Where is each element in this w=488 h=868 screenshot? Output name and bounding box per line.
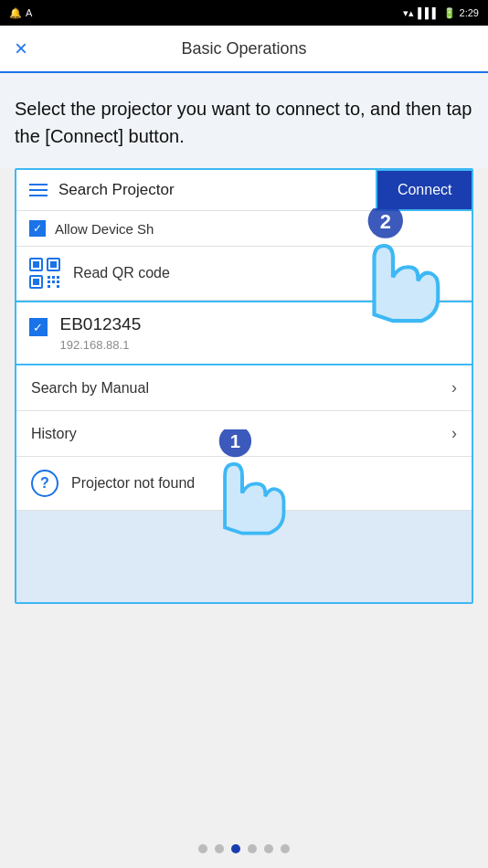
allow-device-row[interactable]: Allow Device Sh	[16, 211, 472, 247]
pagination-dot-5	[281, 844, 290, 853]
allow-device-checkbox[interactable]	[29, 220, 46, 237]
search-by-row[interactable]: Search by Manual ›	[16, 365, 472, 411]
help-circle-icon: ?	[31, 470, 58, 497]
main-panel: Search Projector Connect Allow Device Sh…	[15, 168, 473, 604]
pagination-dot-3	[248, 844, 257, 853]
wifi-icon: ▾▴	[403, 7, 414, 19]
pagination	[198, 844, 290, 853]
android-icon: A	[26, 7, 32, 18]
status-bar-right: ▾▴ ▌▌▌ 🔋 2:29	[403, 7, 479, 19]
pagination-dot-0	[198, 844, 207, 853]
device-checkbox[interactable]	[29, 318, 48, 336]
panel-header-left: Search Projector	[16, 170, 187, 210]
not-found-row[interactable]: ? Projector not found	[16, 457, 472, 511]
signal-icon: ▌▌▌	[418, 7, 439, 18]
qr-label: Read QR code	[73, 265, 170, 281]
svg-rect-7	[52, 276, 55, 279]
history-label: History	[31, 426, 77, 442]
device-row[interactable]: EB012345 192.168.88.1	[15, 301, 473, 365]
svg-rect-3	[50, 261, 57, 268]
panel-title: Search Projector	[58, 181, 175, 199]
battery-icon: 🔋	[443, 7, 456, 19]
panel-bottom-area	[16, 511, 472, 602]
svg-rect-12	[48, 285, 50, 288]
pagination-dot-4	[264, 844, 273, 853]
page-title: Basic Operations	[181, 39, 306, 58]
search-by-label: Search by Manual	[31, 380, 149, 397]
not-found-label: Projector not found	[71, 475, 195, 492]
svg-rect-8	[57, 276, 59, 279]
top-bar: × Basic Operations	[0, 26, 488, 73]
svg-rect-6	[48, 276, 50, 279]
status-bar-left: 🔔 A	[9, 7, 32, 19]
pagination-dot-2	[231, 844, 240, 853]
qr-icon	[29, 258, 60, 289]
svg-rect-5	[33, 279, 39, 285]
svg-rect-10	[52, 281, 55, 283]
device-info: EB012345 192.168.88.1	[60, 314, 142, 352]
panel-header: Search Projector Connect	[16, 170, 472, 211]
notification-icon: 🔔	[9, 7, 22, 19]
instruction-text: Select the projector you want to connect…	[0, 73, 488, 168]
qr-code-row[interactable]: Read QR code	[16, 247, 472, 301]
device-ip: 192.168.88.1	[60, 338, 142, 352]
svg-rect-9	[48, 281, 50, 283]
allow-device-label: Allow Device Sh	[55, 221, 154, 237]
pagination-dot-1	[215, 844, 224, 853]
svg-rect-11	[57, 281, 59, 283]
connect-button[interactable]: Connect	[376, 169, 473, 211]
hamburger-icon[interactable]	[29, 184, 48, 196]
svg-rect-13	[57, 285, 59, 288]
time: 2:29	[460, 7, 479, 18]
status-bar: 🔔 A ▾▴ ▌▌▌ 🔋 2:29	[0, 0, 488, 26]
close-button[interactable]: ×	[15, 36, 27, 61]
svg-rect-1	[33, 261, 39, 268]
device-name: EB012345	[60, 314, 142, 334]
history-row[interactable]: History ›	[16, 411, 472, 457]
chevron-right-icon: ›	[451, 378, 457, 397]
history-chevron-icon: ›	[451, 424, 457, 443]
